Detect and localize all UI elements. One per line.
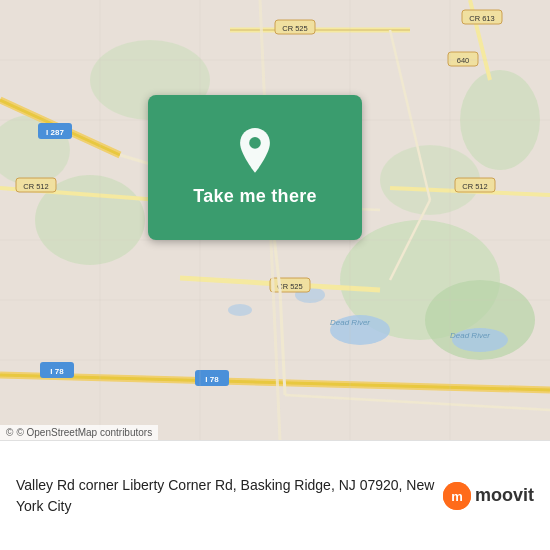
- svg-point-59: [249, 137, 261, 149]
- svg-text:m: m: [451, 489, 463, 504]
- svg-text:CR 512: CR 512: [462, 182, 487, 191]
- info-bar: Valley Rd corner Liberty Corner Rd, Bask…: [0, 440, 550, 550]
- cta-button[interactable]: Take me there: [148, 95, 362, 240]
- moovit-logo: m moovit: [443, 482, 534, 510]
- cta-label: Take me there: [193, 186, 317, 207]
- svg-text:I 287: I 287: [46, 128, 64, 137]
- address-container: Valley Rd corner Liberty Corner Rd, Bask…: [16, 475, 443, 516]
- map-attribution: © © OpenStreetMap contributors: [0, 425, 158, 440]
- attribution-text: © OpenStreetMap contributors: [16, 427, 152, 438]
- moovit-icon: m: [443, 482, 471, 510]
- moovit-text: moovit: [475, 485, 534, 506]
- svg-text:Dead River: Dead River: [450, 331, 490, 340]
- address-text: Valley Rd corner Liberty Corner Rd, Bask…: [16, 477, 434, 513]
- svg-point-11: [228, 304, 252, 316]
- svg-text:I 78: I 78: [205, 375, 219, 384]
- copyright-symbol: ©: [6, 427, 13, 438]
- svg-text:CR 512: CR 512: [23, 182, 48, 191]
- location-pin-icon: [231, 128, 279, 176]
- svg-text:I 78: I 78: [50, 367, 64, 376]
- map-container: I 287 I 78 I 78 CR 525 CR 525 CR 512 CR …: [0, 0, 550, 440]
- svg-text:CR 613: CR 613: [469, 14, 494, 23]
- svg-text:640: 640: [457, 56, 470, 65]
- svg-text:CR 525: CR 525: [282, 24, 307, 33]
- moovit-logo-area: m moovit: [443, 482, 534, 510]
